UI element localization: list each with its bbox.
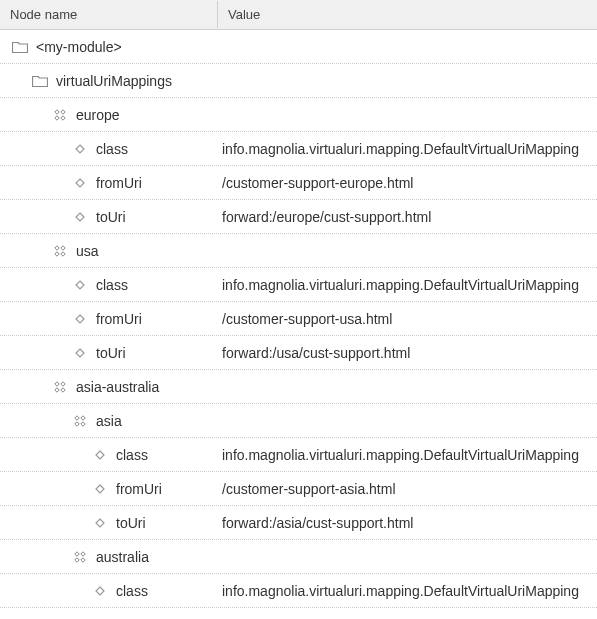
tree-row[interactable]: asia: [0, 404, 597, 438]
property-icon: [90, 586, 110, 596]
property-icon: [70, 178, 90, 188]
tree-row[interactable]: australia: [0, 540, 597, 574]
node-name-label: fromUri: [90, 311, 142, 327]
node-name-label: fromUri: [110, 481, 162, 497]
tree-row[interactable]: toUriforward:/europe/cust-support.html: [0, 200, 597, 234]
property-icon: [90, 484, 110, 494]
property-icon: [70, 280, 90, 290]
node-name-cell[interactable]: fromUri: [0, 175, 218, 191]
tree-row[interactable]: classinfo.magnolia.virtualuri.mapping.De…: [0, 438, 597, 472]
node-name-cell[interactable]: fromUri: [0, 311, 218, 327]
node-name-cell[interactable]: toUri: [0, 209, 218, 225]
content-node-icon: [50, 243, 70, 259]
property-icon: [90, 518, 110, 528]
node-name-label: asia-australia: [70, 379, 159, 395]
node-name-cell[interactable]: europe: [0, 107, 218, 123]
node-value-cell[interactable]: info.magnolia.virtualuri.mapping.Default…: [218, 583, 597, 599]
node-name-label: <my-module>: [30, 39, 122, 55]
node-name-cell[interactable]: toUri: [0, 345, 218, 361]
node-name-label: toUri: [90, 345, 126, 361]
tree-row[interactable]: <my-module>: [0, 30, 597, 64]
content-node-icon: [50, 107, 70, 123]
node-value-cell[interactable]: /customer-support-asia.html: [218, 481, 597, 497]
node-name-cell[interactable]: class: [0, 447, 218, 463]
node-name-cell[interactable]: australia: [0, 549, 218, 565]
folder-icon: [10, 40, 30, 54]
tree-row[interactable]: virtualUriMappings: [0, 64, 597, 98]
tree-row[interactable]: classinfo.magnolia.virtualuri.mapping.De…: [0, 574, 597, 608]
content-node-icon: [70, 549, 90, 565]
node-name-cell[interactable]: <my-module>: [0, 39, 218, 55]
node-name-cell[interactable]: asia: [0, 413, 218, 429]
node-name-label: australia: [90, 549, 149, 565]
folder-icon: [30, 74, 50, 88]
node-name-cell[interactable]: toUri: [0, 515, 218, 531]
column-header-value[interactable]: Value: [218, 1, 597, 28]
node-name-label: class: [90, 141, 128, 157]
content-node-icon: [70, 413, 90, 429]
tree-row[interactable]: europe: [0, 98, 597, 132]
node-name-label: usa: [70, 243, 99, 259]
tree-row[interactable]: fromUri/customer-support-asia.html: [0, 472, 597, 506]
node-value-cell[interactable]: /customer-support-usa.html: [218, 311, 597, 327]
node-name-cell[interactable]: fromUri: [0, 481, 218, 497]
column-header-name[interactable]: Node name: [0, 1, 218, 28]
tree-row[interactable]: toUriforward:/asia/cust-support.html: [0, 506, 597, 540]
tree-row[interactable]: usa: [0, 234, 597, 268]
node-name-cell[interactable]: class: [0, 583, 218, 599]
node-name-label: toUri: [110, 515, 146, 531]
node-value-cell[interactable]: info.magnolia.virtualuri.mapping.Default…: [218, 447, 597, 463]
node-value-cell[interactable]: info.magnolia.virtualuri.mapping.Default…: [218, 141, 597, 157]
node-name-cell[interactable]: virtualUriMappings: [0, 73, 218, 89]
property-icon: [70, 348, 90, 358]
node-value-cell[interactable]: forward:/usa/cust-support.html: [218, 345, 597, 361]
tree-row[interactable]: fromUri/customer-support-australia.html: [0, 608, 597, 619]
node-name-cell[interactable]: usa: [0, 243, 218, 259]
node-name-label: europe: [70, 107, 120, 123]
tree-row[interactable]: toUriforward:/usa/cust-support.html: [0, 336, 597, 370]
tree-row[interactable]: fromUri/customer-support-usa.html: [0, 302, 597, 336]
tree-row[interactable]: asia-australia: [0, 370, 597, 404]
node-name-label: class: [90, 277, 128, 293]
node-name-label: asia: [90, 413, 122, 429]
column-header: Node name Value: [0, 0, 597, 30]
tree-row[interactable]: classinfo.magnolia.virtualuri.mapping.De…: [0, 268, 597, 302]
node-name-label: fromUri: [90, 175, 142, 191]
tree-rows: <my-module>virtualUriMappingseuropeclass…: [0, 30, 597, 619]
property-icon: [70, 144, 90, 154]
node-name-cell[interactable]: class: [0, 141, 218, 157]
node-name-cell[interactable]: class: [0, 277, 218, 293]
node-name-label: virtualUriMappings: [50, 73, 172, 89]
node-name-label: toUri: [90, 209, 126, 225]
node-value-cell[interactable]: /customer-support-europe.html: [218, 175, 597, 191]
node-value-cell[interactable]: forward:/europe/cust-support.html: [218, 209, 597, 225]
node-name-label: class: [110, 447, 148, 463]
property-icon: [90, 450, 110, 460]
tree-row[interactable]: classinfo.magnolia.virtualuri.mapping.De…: [0, 132, 597, 166]
property-icon: [70, 212, 90, 222]
node-value-cell[interactable]: info.magnolia.virtualuri.mapping.Default…: [218, 277, 597, 293]
node-value-cell[interactable]: forward:/asia/cust-support.html: [218, 515, 597, 531]
node-name-label: class: [110, 583, 148, 599]
tree-row[interactable]: fromUri/customer-support-europe.html: [0, 166, 597, 200]
property-icon: [70, 314, 90, 324]
node-name-cell[interactable]: asia-australia: [0, 379, 218, 395]
content-node-icon: [50, 379, 70, 395]
